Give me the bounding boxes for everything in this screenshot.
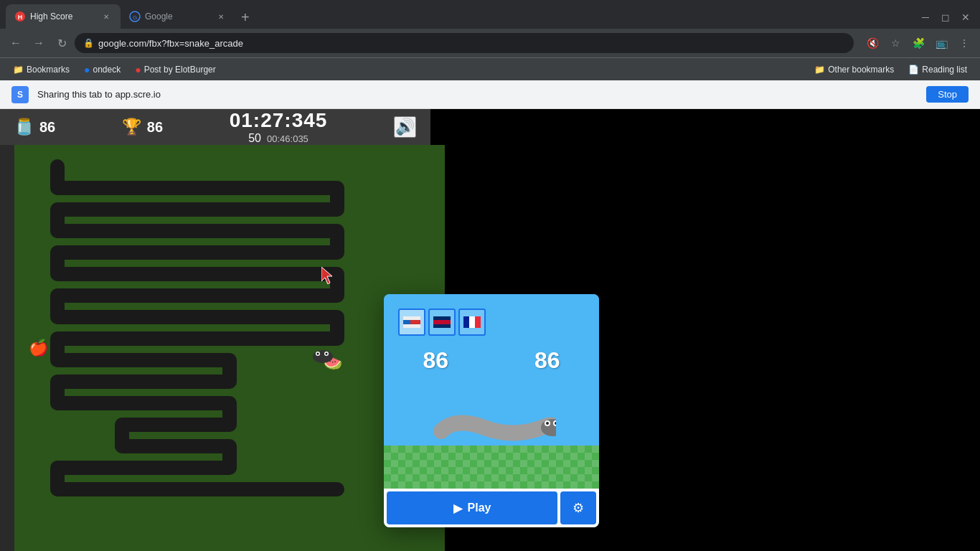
other-bookmarks-link[interactable]: 📁 Other bookmarks xyxy=(810,63,898,76)
bookmarks-folder-icon: 📁 xyxy=(13,65,24,75)
tab2-favicon: G xyxy=(129,11,141,22)
svg-rect-29 xyxy=(384,446,599,489)
nav-bar: ← → ↻ 🔒 google.com/fbx?fbx=snake_arcade … xyxy=(0,29,980,57)
score-section-trophy: 🏆 86 xyxy=(122,118,163,136)
tab-bar: H High Score ✕ G Google ✕ + ─ ◻ ✕ xyxy=(0,0,980,29)
elotburger-icon: ● xyxy=(135,64,141,75)
more-button[interactable]: ⋮ xyxy=(954,33,974,53)
svg-point-9 xyxy=(317,353,319,355)
svg-text:G: G xyxy=(133,14,137,21)
browser-frame: H High Score ✕ G Google ✕ + ─ ◻ ✕ xyxy=(0,0,980,551)
tab2-title: Google xyxy=(145,11,211,22)
forward-button[interactable]: → xyxy=(29,33,49,53)
svg-rect-14 xyxy=(403,320,410,324)
audio-button[interactable]: 🔊 xyxy=(394,116,416,138)
play-icon: ▶ xyxy=(453,501,462,515)
extensions-button[interactable]: 🧩 xyxy=(908,33,928,53)
game-board[interactable]: 🍎 🍉 🍒 🟡 xyxy=(14,145,445,551)
address-bar[interactable]: 🔒 google.com/fbx?fbx=snake_arcade xyxy=(75,33,854,53)
water-drop-icon: 🫙 xyxy=(14,118,34,136)
play-button[interactable]: ▶ Play xyxy=(387,491,557,524)
minimize-button[interactable]: ─ xyxy=(917,9,934,26)
settings-button[interactable]: ⚙ xyxy=(560,491,596,524)
sub-timer-row: 50 00:46:035 xyxy=(248,132,308,145)
sharing-bar: S Sharing this tab to app.scre.io Stop xyxy=(0,80,980,109)
cast-button[interactable]: 📺 xyxy=(931,33,951,53)
game-container: 🫙 86 🏆 86 01:27:345 50 00:46:035 xyxy=(0,109,430,551)
svg-rect-15 xyxy=(433,316,451,320)
bookmark-elotburger[interactable]: ● Post by ElotBurger xyxy=(131,62,220,77)
mute-button[interactable]: 🔇 xyxy=(862,33,882,53)
sub-score: 50 xyxy=(248,132,261,145)
svg-point-7 xyxy=(313,350,333,363)
tab-high-score[interactable]: H High Score ✕ xyxy=(6,4,121,29)
elotburger-label: Post by ElotBurger xyxy=(144,65,216,75)
svg-rect-18 xyxy=(463,316,469,328)
reading-list-link[interactable]: 📄 Reading list xyxy=(904,63,971,76)
svg-rect-19 xyxy=(469,316,475,328)
snake-head xyxy=(312,349,334,367)
dialog-ground xyxy=(384,446,599,489)
score-section-left: 🫙 86 xyxy=(14,118,55,136)
tab1-close[interactable]: ✕ xyxy=(100,11,112,22)
dialog-snake-svg xyxy=(427,402,556,446)
sub-timer: 00:46:035 xyxy=(267,133,308,144)
flag-card-2[interactable] xyxy=(428,309,456,336)
bookmark-ondeck[interactable]: ● ondeck xyxy=(80,62,125,77)
timer-section: 01:27:345 50 00:46:035 xyxy=(230,109,328,145)
bookmark-other: 📁 Other bookmarks 📄 Reading list xyxy=(810,63,971,76)
svg-point-11 xyxy=(326,353,328,355)
svg-rect-16 xyxy=(433,320,451,324)
game-header: 🫙 86 🏆 86 01:27:345 50 00:46:035 xyxy=(0,109,430,145)
tab-bar-actions: ─ ◻ ✕ xyxy=(917,9,974,26)
reading-list-icon: 📄 xyxy=(908,65,919,75)
gear-icon: ⚙ xyxy=(573,500,584,516)
bookmarks-label: Bookmarks xyxy=(27,65,70,75)
content-area: 🫙 86 🏆 86 01:27:345 50 00:46:035 xyxy=(0,109,980,551)
ondeck-icon: ● xyxy=(84,64,90,75)
dialog-flags xyxy=(398,309,585,336)
dialog-buttons: ▶ Play ⚙ xyxy=(384,489,599,527)
svg-text:H: H xyxy=(18,14,23,21)
bookmark-star-button[interactable]: ☆ xyxy=(885,33,905,53)
svg-rect-20 xyxy=(475,316,481,328)
refresh-button[interactable]: ↻ xyxy=(52,33,72,53)
ondeck-label: ondeck xyxy=(93,65,121,75)
tab2-close[interactable]: ✕ xyxy=(215,11,227,22)
address-text: google.com/fbx?fbx=snake_arcade xyxy=(98,38,845,49)
sharing-icon: S xyxy=(11,86,29,103)
snake-svg xyxy=(14,145,445,551)
flag-card-3[interactable] xyxy=(458,309,486,336)
sharing-text: Sharing this tab to app.scre.io xyxy=(37,89,918,100)
other-bookmarks-label: Other bookmarks xyxy=(828,65,894,75)
tab-google[interactable]: G Google ✕ xyxy=(121,4,235,29)
dialog-scores: 86 86 xyxy=(398,347,585,374)
play-label: Play xyxy=(468,501,491,514)
svg-point-23 xyxy=(546,422,549,425)
svg-rect-17 xyxy=(433,324,451,328)
ground-pattern-svg xyxy=(384,446,599,489)
score-dialog: 86 86 xyxy=(384,294,599,527)
folder-icon: 📁 xyxy=(814,65,825,75)
score-value-trophy: 86 xyxy=(147,119,163,136)
nav-right: 🔇 ☆ 🧩 📺 ⋮ xyxy=(862,33,974,53)
new-tab-button[interactable]: + xyxy=(235,9,255,26)
maximize-button[interactable]: ◻ xyxy=(937,9,954,26)
close-button[interactable]: ✕ xyxy=(957,9,974,26)
dialog-score-right: 86 xyxy=(534,347,560,374)
score-value-left: 86 xyxy=(39,119,55,136)
tab1-favicon: H xyxy=(14,11,26,22)
lock-icon: 🔒 xyxy=(83,38,94,48)
bookmark-bookmarks[interactable]: 📁 Bookmarks xyxy=(9,63,74,76)
dialog-score-left: 86 xyxy=(423,347,448,374)
dialog-top: 86 86 xyxy=(384,294,599,446)
main-timer: 01:27:345 xyxy=(230,109,328,132)
stop-button[interactable]: Stop xyxy=(926,86,969,103)
fruit-apple: 🍎 xyxy=(29,339,48,357)
back-button[interactable]: ← xyxy=(6,33,26,53)
dialog-snake-area xyxy=(398,381,585,446)
bookmarks-bar: 📁 Bookmarks ● ondeck ● Post by ElotBurge… xyxy=(0,57,980,80)
flag-card-1[interactable] xyxy=(398,309,425,336)
reading-list-label: Reading list xyxy=(922,65,967,75)
trophy-icon: 🏆 xyxy=(122,118,141,136)
